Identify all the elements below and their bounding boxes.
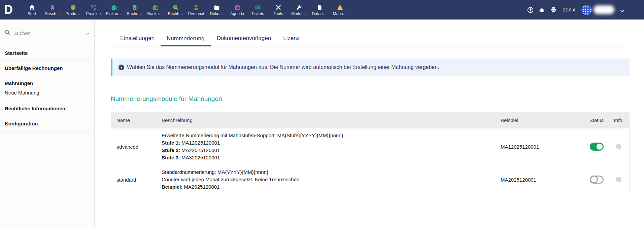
invoice-icon: $ <box>132 4 138 10</box>
column-header-name: Name <box>111 117 162 123</box>
plus-circle-icon[interactable] <box>527 7 534 13</box>
bug-icon[interactable] <box>539 7 545 13</box>
home-icon <box>29 4 35 10</box>
table-header-row: Name Beschreibung Beispiel Status Info. <box>111 112 629 128</box>
main-content: Einstellungen Nummerierung Dokumentenvor… <box>95 20 644 228</box>
row-info-icon[interactable]: i <box>616 177 621 182</box>
top-navbar: D Start Gesch… Produ… Projekte <box>0 0 644 20</box>
sidebar: Startseite Überfällige Rechnungen Mahnun… <box>0 20 95 228</box>
nav-item-dokumente[interactable]: Doku… <box>206 0 227 20</box>
search-input[interactable] <box>13 30 83 36</box>
module-name: standard <box>111 177 162 183</box>
nav-item-buchhaltung[interactable]: $ Buchh… <box>165 0 186 20</box>
tab-einstellungen[interactable]: Einstellungen <box>114 35 161 46</box>
warning-icon <box>337 4 343 10</box>
info-alert: i Wählen Sie das Nummerierungsmodul für … <box>111 59 630 76</box>
module-name: advanced <box>111 144 162 150</box>
sidebar-item-ueberfaellige-rechnungen[interactable]: Überfällige Rechnungen <box>0 61 94 76</box>
nav-item-geschaeft[interactable]: Gesch… <box>42 0 63 20</box>
app-version: 22.0.4 <box>563 7 575 12</box>
status-toggle-on[interactable] <box>590 143 604 151</box>
tab-dokumentenvorlagen[interactable]: Dokumentenvorlagen <box>211 35 277 46</box>
tools-icon <box>275 4 281 10</box>
nav-item-einkauf[interactable]: Einkau… <box>104 0 124 20</box>
module-example: MA2025120001 <box>501 177 585 183</box>
wrench-icon <box>296 4 302 10</box>
svg-text:$: $ <box>133 6 135 9</box>
file-icon <box>316 4 323 10</box>
sidebar-item-konfiguration[interactable]: Konfiguration <box>0 116 94 131</box>
search-icon <box>5 30 10 37</box>
nav-item-agenda[interactable]: Agenda <box>227 0 247 20</box>
nav-item-tickets[interactable]: Tickets <box>247 0 268 20</box>
module-example: MA12025120001 <box>501 144 585 150</box>
main-menu: Start Gesch… Produ… Projekte Einkau… <box>22 0 350 20</box>
nav-item-personal[interactable]: Personal <box>186 0 206 20</box>
module-description: Standardnummerierung: MA{YYYY}{MM}{nnnn}… <box>162 168 501 191</box>
person-icon <box>193 4 199 10</box>
section-title: Nummerierungsmodule für Mahnungen <box>111 95 630 103</box>
sidebar-item-neue-mahnung[interactable]: Neue Mahnung <box>0 89 94 101</box>
sidebar-item-rechtliche-informationen[interactable]: Rechtliche Informationen <box>0 101 94 116</box>
sidebar-item-mahnungen[interactable]: Mahnungen <box>0 76 94 89</box>
nav-item-start[interactable]: Start <box>22 0 42 20</box>
search-dollar-icon: $ <box>173 4 179 10</box>
app-logo[interactable]: D <box>0 0 22 20</box>
tab-nummerierung[interactable]: Nummerierung <box>161 35 210 46</box>
sidebar-menu: Startseite Überfällige Rechnungen Mahnun… <box>0 46 94 131</box>
module-description: Erweiterte Nummerierung mit Mahnstufen-S… <box>162 132 501 161</box>
sidebar-item-startseite[interactable]: Startseite <box>0 46 94 61</box>
column-header-info: Info. <box>608 117 629 123</box>
table-row: advanced Erweiterte Nummerierung mit Mah… <box>111 128 629 165</box>
nav-item-module[interactable]: Modul… <box>289 0 309 20</box>
divider <box>0 131 94 131</box>
nav-item-rechnungen[interactable]: $ Rechn… <box>124 0 145 20</box>
numbering-modules-table: Name Beschreibung Beispiel Status Info. … <box>111 112 630 194</box>
cube-icon <box>70 4 76 10</box>
calendar-icon <box>234 4 240 10</box>
building-icon <box>49 4 56 10</box>
sidebar-search <box>4 30 90 40</box>
nav-item-projekte[interactable]: Projekte <box>83 0 104 20</box>
printer-icon[interactable] <box>550 7 556 13</box>
nav-item-datenbank[interactable]: Datan… <box>309 0 330 20</box>
search-dropdown-chevron-icon[interactable] <box>86 30 90 36</box>
nav-item-banken[interactable]: Banke… <box>145 0 165 20</box>
username-redacted <box>594 5 614 14</box>
navbar-right-controls: 22.0.4 <box>527 5 624 15</box>
user-avatar[interactable] <box>581 5 592 15</box>
tab-bar: Einstellungen Nummerierung Dokumentenvor… <box>111 20 630 46</box>
ticket-icon <box>255 4 261 10</box>
table-row: standard Standardnummerierung: MA{YYYY}{… <box>111 165 629 194</box>
bank-icon <box>152 4 158 10</box>
column-header-description: Beschreibung <box>162 117 501 123</box>
nav-item-tools[interactable]: Tools <box>268 0 289 20</box>
row-info-icon[interactable]: i <box>616 144 621 149</box>
status-toggle-off[interactable] <box>590 176 604 184</box>
nav-item-mahnungen[interactable]: Mahn… <box>330 0 350 20</box>
tab-lizenz[interactable]: Lizenz <box>277 35 306 46</box>
column-header-status: Status <box>585 117 608 123</box>
briefcase-icon <box>111 4 117 10</box>
alert-text: Wählen Sie das Nummerierungsmodul für Ma… <box>127 64 439 71</box>
svg-text:$: $ <box>174 5 176 8</box>
network-icon <box>91 4 97 10</box>
chevron-down-icon[interactable] <box>620 8 624 12</box>
nav-item-produkte[interactable]: Produ… <box>63 0 83 20</box>
info-icon: i <box>118 65 124 70</box>
column-header-example: Beispiel <box>501 117 585 123</box>
folder-icon <box>214 4 220 10</box>
